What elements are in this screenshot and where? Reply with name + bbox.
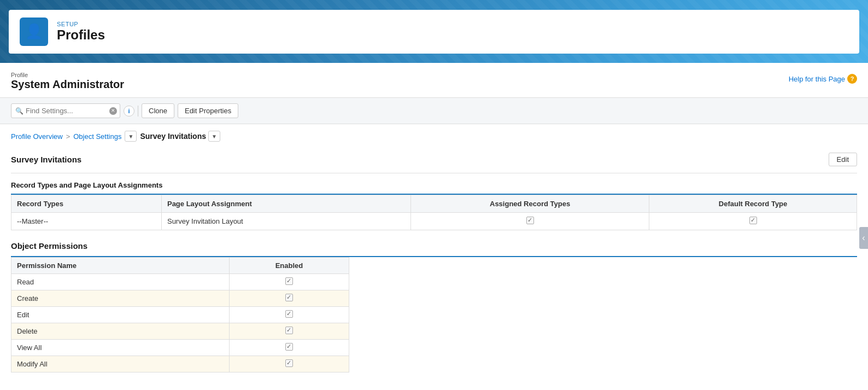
main-content: Profile System Administrator Help for th…: [0, 63, 868, 390]
enabled-checkbox: [285, 327, 293, 334]
perm-enabled: [229, 356, 349, 372]
col-permission-name: Permission Name: [11, 258, 230, 274]
perm-name: Read: [11, 274, 230, 290]
clear-search-button[interactable]: ✕: [109, 107, 117, 115]
help-link[interactable]: Help for this Page ?: [789, 72, 857, 84]
perm-name: View All: [11, 340, 230, 356]
section-edit-button[interactable]: Edit: [829, 153, 857, 166]
enabled-checkbox: [285, 310, 293, 318]
current-page-text: Survey Invitations: [140, 132, 206, 141]
breadcrumb-profile-overview[interactable]: Profile Overview: [11, 132, 63, 141]
perms-row: Edit: [11, 307, 349, 323]
perm-enabled: [229, 274, 349, 290]
breadcrumb-object-settings[interactable]: Object Settings: [73, 132, 121, 141]
col-page-layout: Page Layout Assignment: [161, 195, 410, 213]
toolbar-divider: [138, 106, 138, 117]
current-page-label: Survey Invitations ▼: [140, 131, 220, 142]
content-area: Survey Invitations Edit Record Types and…: [0, 146, 868, 383]
enabled-checkbox: [285, 294, 293, 301]
search-input[interactable]: [11, 103, 120, 118]
cell-page-layout: Survey Invitation Layout: [161, 213, 410, 230]
perm-enabled: [229, 290, 349, 307]
help-link-text: Help for this Page: [789, 75, 845, 83]
table-row: --Master-- Survey Invitation Layout: [11, 213, 857, 230]
perm-enabled: [229, 307, 349, 323]
section-title-row: Survey Invitations Edit: [11, 146, 857, 173]
section-title: Survey Invitations: [11, 155, 81, 164]
edit-properties-button[interactable]: Edit Properties: [178, 103, 238, 118]
perms-row: Modify All: [11, 356, 349, 372]
col-default-record-type: Default Record Type: [649, 195, 857, 213]
cell-record-type: --Master--: [11, 213, 162, 230]
perm-name: Modify All: [11, 356, 230, 372]
perms-row: Create: [11, 290, 349, 307]
profile-icon: 👤: [25, 23, 43, 40]
perms-row: View All: [11, 340, 349, 356]
object-permissions-section: Object Permissions Permission Name Enabl…: [11, 241, 857, 372]
header-text: SETUP Profiles: [57, 21, 105, 43]
info-button[interactable]: i: [124, 106, 134, 117]
search-icon: 🔍: [15, 107, 24, 115]
object-permissions-title: Object Permissions: [11, 241, 857, 257]
profile-info: Profile System Administrator: [11, 72, 124, 97]
header-card: 👤 SETUP Profiles: [9, 10, 859, 54]
clone-button[interactable]: Clone: [142, 103, 174, 118]
enabled-checkbox: [285, 359, 293, 367]
enabled-checkbox: [285, 277, 293, 285]
perm-name: Create: [11, 290, 230, 307]
header-icon: 👤: [20, 18, 48, 46]
table-header-row: Record Types Page Layout Assignment Assi…: [11, 195, 857, 213]
perms-row: Read: [11, 274, 349, 290]
perm-name: Delete: [11, 323, 230, 340]
profile-name: System Administrator: [11, 78, 124, 91]
profile-label: Profile: [11, 72, 124, 78]
breadcrumb: Profile Overview > Object Settings ▼ Sur…: [0, 124, 868, 146]
col-record-types: Record Types: [11, 195, 162, 213]
record-types-table: Record Types Page Layout Assignment Assi…: [11, 195, 857, 230]
help-icon: ?: [847, 74, 857, 84]
cell-default-check: [649, 213, 857, 230]
perm-enabled: [229, 340, 349, 356]
profile-header: Profile System Administrator Help for th…: [0, 63, 868, 98]
setup-label: SETUP: [57, 21, 105, 27]
col-enabled: Enabled: [229, 258, 349, 274]
cell-assigned-check: [411, 213, 649, 230]
toolbar: 🔍 ✕ i Clone Edit Properties: [0, 98, 868, 124]
page-title: Profiles: [57, 27, 105, 43]
enabled-checkbox: [285, 343, 293, 351]
page-header: 👤 SETUP Profiles: [0, 0, 868, 63]
record-types-section-title: Record Types and Page Layout Assignments: [11, 173, 857, 195]
object-settings-dropdown[interactable]: ▼: [125, 131, 137, 142]
search-wrap: 🔍 ✕: [11, 103, 120, 118]
breadcrumb-sep1: >: [66, 132, 71, 141]
perm-enabled: [229, 323, 349, 340]
perms-row: Delete: [11, 323, 349, 340]
assigned-checkbox: [526, 217, 534, 224]
record-types-section: Record Types and Page Layout Assignments…: [11, 173, 857, 230]
perms-header-row: Permission Name Enabled: [11, 258, 349, 274]
permissions-table: Permission Name Enabled ReadCreateEditDe…: [11, 257, 349, 372]
col-assigned-record-types: Assigned Record Types: [411, 195, 649, 213]
perm-name: Edit: [11, 307, 230, 323]
scroll-handle[interactable]: [859, 227, 868, 249]
survey-invitations-dropdown[interactable]: ▼: [208, 131, 220, 142]
default-checkbox: [749, 217, 757, 224]
